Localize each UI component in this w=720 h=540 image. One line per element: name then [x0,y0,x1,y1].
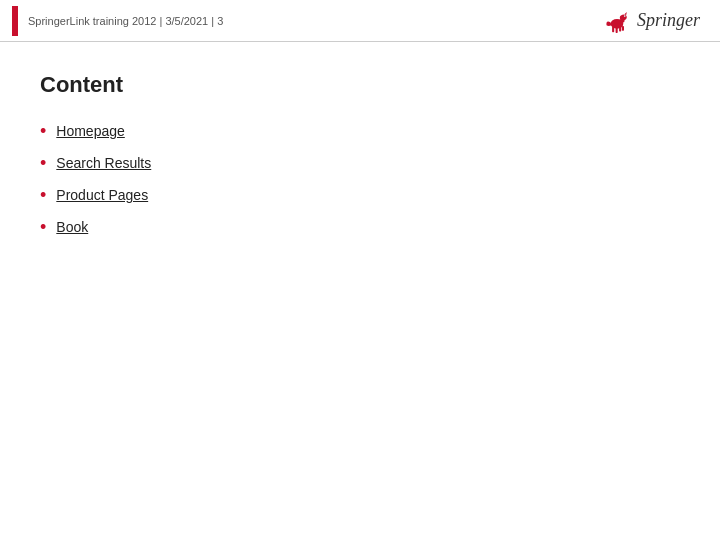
bullet-icon: • [40,186,46,204]
header-subtitle: SpringerLink training 2012 | 3/5/2021 | … [28,15,223,27]
bullet-icon: • [40,218,46,236]
list-item: • Book [40,218,680,236]
svg-point-9 [624,15,625,16]
svg-rect-3 [612,26,614,32]
homepage-link[interactable]: Homepage [56,123,125,139]
springer-logo: Springer [603,7,700,35]
main-content: Content • Homepage • Search Results • Pr… [0,42,720,280]
bullet-icon: • [40,154,46,172]
section-title: Content [40,72,680,98]
list-item: • Homepage [40,122,680,140]
springer-logo-label: Springer [637,10,700,31]
product-pages-link[interactable]: Product Pages [56,187,148,203]
list-item: • Search Results [40,154,680,172]
springer-horse-icon [603,7,631,35]
page-header: SpringerLink training 2012 | 3/5/2021 | … [0,0,720,42]
list-item: • Product Pages [40,186,680,204]
search-results-link[interactable]: Search Results [56,155,151,171]
header-left: SpringerLink training 2012 | 3/5/2021 | … [12,6,223,36]
header-accent-bar [12,6,18,36]
svg-rect-6 [622,25,624,30]
svg-rect-4 [616,27,618,33]
bullet-icon: • [40,122,46,140]
content-list: • Homepage • Search Results • Product Pa… [40,122,680,236]
svg-rect-5 [619,26,621,31]
book-link[interactable]: Book [56,219,88,235]
